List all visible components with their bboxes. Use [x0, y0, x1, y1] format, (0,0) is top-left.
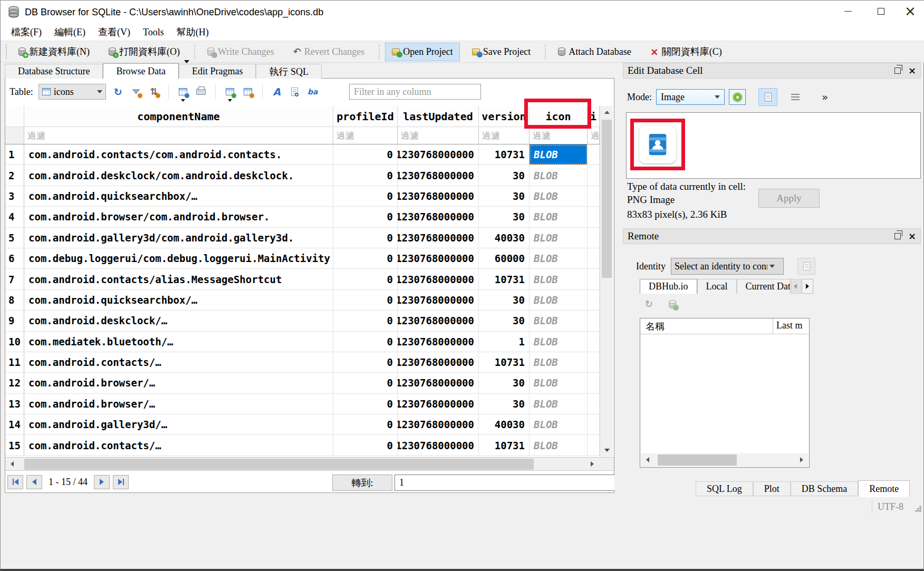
filter-input-i[interactable]: 過濾 [588, 127, 600, 144]
resize-grip[interactable] [915, 506, 921, 512]
mode-selector[interactable]: Image [656, 89, 725, 105]
previous-record-button[interactable] [26, 475, 42, 489]
cell-componentName[interactable]: com.android.quicksearchbox/… [24, 290, 333, 311]
cell-icon[interactable]: BLOB [530, 248, 588, 269]
clear-filters-icon[interactable] [129, 85, 143, 99]
dropdown-arrow-icon[interactable] [181, 99, 185, 102]
encoding-icon[interactable]: ba [306, 85, 320, 99]
cell-icon[interactable]: BLOB [530, 186, 588, 207]
panel-splitter[interactable] [614, 63, 623, 500]
cell-version[interactable]: 30 [479, 207, 530, 227]
goto-button[interactable]: 轉到: [332, 475, 392, 491]
cell-componentName[interactable]: com.android.contacts/… [24, 435, 333, 456]
column-header-componentName[interactable]: componentName [24, 106, 333, 127]
remote-tab-dbhub-io[interactable]: DBHub.io [640, 279, 697, 294]
cell-lastUpdated[interactable]: 1230768000000 [398, 228, 479, 248]
revert-changes-button[interactable]: ↶Revert Changes [286, 43, 372, 61]
cell-i[interactable] [588, 394, 600, 414]
cell-profileId[interactable]: 0 [333, 394, 398, 414]
save-project-button[interactable]: Save Project [465, 43, 537, 61]
first-record-button[interactable] [7, 475, 23, 489]
find-in-table-icon[interactable] [288, 85, 302, 99]
cell-lastUpdated[interactable]: 1230768000000 [398, 394, 479, 414]
cell-icon[interactable]: BLOB [530, 269, 588, 289]
cell-i[interactable] [588, 228, 600, 248]
cell-version[interactable]: 1 [479, 332, 530, 352]
tab-scroll-right-button[interactable] [802, 279, 813, 294]
apply-button[interactable]: Apply [758, 189, 820, 208]
more-options-button[interactable]: » [822, 91, 828, 103]
tab-database-structure[interactable]: Database Structure [5, 64, 103, 79]
open-database-button[interactable]: ›打開資料庫(O) [102, 42, 187, 62]
menu-item[interactable]: 檔案(F) [5, 24, 48, 40]
cell-lastUpdated[interactable]: 1230768000000 [398, 186, 479, 207]
print-icon[interactable] [194, 85, 208, 99]
cell-version[interactable]: 40030 [479, 228, 530, 248]
cell-i[interactable] [588, 207, 600, 227]
menu-item[interactable]: 幫助(H) [170, 24, 215, 40]
row-number[interactable]: 3 [5, 186, 24, 207]
filter-input-version[interactable]: 過濾 [479, 127, 530, 144]
cell-profileId[interactable]: 0 [333, 311, 398, 331]
cell-profileId[interactable]: 0 [333, 373, 398, 393]
menu-item[interactable]: Tools [137, 25, 170, 40]
float-panel-icon[interactable] [894, 233, 901, 239]
write-changes-button[interactable]: Write Changes [200, 43, 281, 61]
menu-item[interactable]: 查看(V) [92, 24, 137, 40]
cell-lastUpdated[interactable]: 1230768000000 [398, 207, 479, 227]
remote-tab-current-dat[interactable]: Current Dat [737, 279, 792, 294]
cell-componentName[interactable]: com.android.browser/… [24, 373, 333, 393]
cell-lastUpdated[interactable]: 1230768000000 [398, 144, 479, 165]
goto-input[interactable] [394, 475, 615, 491]
cell-version[interactable]: 10731 [479, 144, 530, 165]
tab-執行-sql[interactable]: 執行 SQL [256, 64, 322, 79]
cell-icon[interactable]: BLOB [530, 165, 588, 186]
remote-scroll-thumb[interactable] [658, 454, 737, 466]
filter-input-icon[interactable]: 過濾 [530, 127, 588, 144]
column-header-icon[interactable]: icon [530, 106, 588, 127]
cell-lastUpdated[interactable]: 1230768000000 [398, 332, 479, 352]
cell-profileId[interactable]: 0 [333, 290, 398, 311]
clone-database-icon[interactable] [669, 301, 676, 308]
cell-icon[interactable]: BLOB [530, 332, 588, 352]
cell-icon[interactable]: BLOB [530, 352, 588, 373]
row-number[interactable]: 5 [5, 228, 24, 248]
table-selector[interactable]: icons [38, 84, 106, 100]
cell-componentName[interactable]: com.android.contacts/alias.MessageShortc… [24, 269, 333, 289]
open-project-button[interactable]: Open Project [385, 43, 459, 61]
row-number[interactable]: 4 [5, 207, 24, 227]
cell-version[interactable]: 30 [479, 165, 530, 186]
row-number[interactable]: 7 [5, 269, 24, 289]
row-number[interactable]: 15 [5, 435, 24, 456]
filter-input-lastUpdated[interactable]: 過濾 [398, 127, 479, 144]
dropdown-arrow-icon[interactable] [184, 60, 189, 63]
column-header-profileId[interactable]: profileId [333, 106, 398, 127]
scroll-right-button[interactable] [795, 453, 808, 466]
cell-version[interactable]: 10731 [479, 435, 530, 456]
clear-sorting-icon[interactable]: ⇅ [147, 85, 161, 99]
scroll-right-button[interactable] [585, 458, 599, 470]
close-panel-icon[interactable]: × [908, 233, 916, 240]
cell-componentName[interactable]: com.android.gallery3d/com.android.galler… [24, 228, 333, 248]
horizontal-scroll-thumb[interactable] [24, 459, 534, 470]
cell-version[interactable]: 30 [479, 373, 530, 393]
cell-version[interactable]: 30 [479, 290, 530, 311]
cell-lastUpdated[interactable]: 1230768000000 [398, 248, 479, 269]
text-view-button[interactable] [758, 88, 777, 106]
dock-tab-sql-log[interactable]: SQL Log [696, 481, 753, 496]
edit-display-format-icon[interactable]: A [270, 85, 284, 99]
cell-componentName[interactable]: com.mediatek.bluetooth/… [24, 332, 333, 352]
close-button[interactable]: × [897, 1, 923, 22]
row-number[interactable]: 1 [5, 144, 24, 165]
cell-profileId[interactable]: 0 [333, 248, 398, 269]
cell-profileId[interactable]: 0 [333, 165, 398, 186]
vertical-scroll-thumb[interactable] [602, 120, 612, 278]
word-wrap-button[interactable] [787, 89, 804, 105]
row-number[interactable]: 9 [5, 311, 24, 331]
cell-componentName[interactable]: com.android.browser/com.android.browser. [24, 207, 333, 227]
row-number[interactable]: 8 [5, 290, 24, 311]
cell-componentName[interactable]: com.android.browser/… [24, 394, 333, 414]
cell-i[interactable] [588, 186, 600, 207]
row-number[interactable]: 11 [5, 352, 24, 373]
column-header-version[interactable]: version [479, 106, 530, 127]
